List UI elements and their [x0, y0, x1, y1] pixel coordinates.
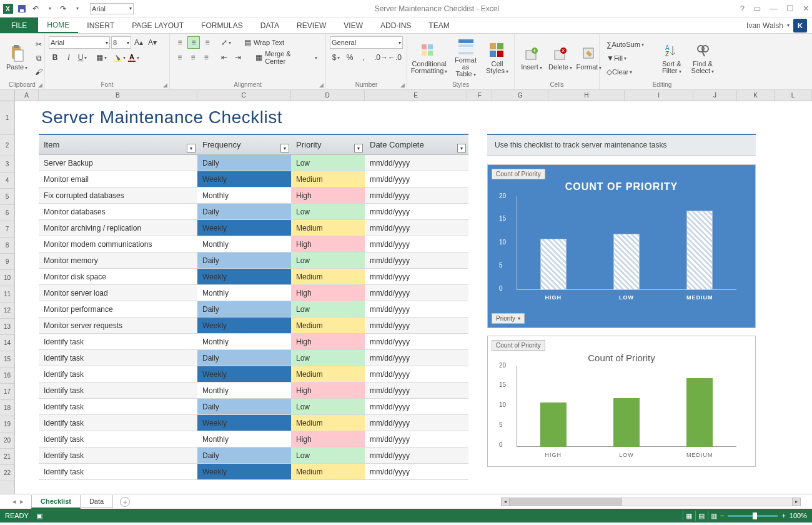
- row-header[interactable]: 12: [0, 302, 14, 319]
- user-menu[interactable]: Ivan Walsh▾ K: [746, 18, 812, 33]
- cell-frequency[interactable]: Weekly: [197, 318, 291, 333]
- cell-priority[interactable]: Low: [291, 350, 365, 366]
- cell-frequency[interactable]: Daily: [197, 155, 291, 171]
- horizontal-scrollbar[interactable]: ◂ ▸: [501, 498, 801, 506]
- cell-date[interactable]: mm/dd/yyyy: [365, 350, 468, 366]
- table-row[interactable]: Monitor server requestsWeeklyMediummm/dd…: [39, 318, 468, 334]
- row-header[interactable]: 22: [0, 465, 14, 481]
- qat-font-select[interactable]: Arial▾: [90, 3, 134, 14]
- cell-item[interactable]: Monitor server load: [39, 285, 197, 301]
- undo-drop-icon[interactable]: [44, 3, 55, 14]
- cell-date[interactable]: mm/dd/yyyy: [365, 366, 468, 382]
- row-header[interactable]: 4: [0, 172, 14, 189]
- cell-date[interactable]: mm/dd/yyyy: [365, 171, 468, 187]
- align-center-icon[interactable]: ≡: [187, 51, 199, 64]
- cell-frequency[interactable]: Daily: [197, 301, 291, 317]
- cell-item[interactable]: Monitor archiving / replication: [39, 220, 197, 236]
- col-header[interactable]: D: [291, 90, 365, 101]
- cell-priority[interactable]: Low: [291, 448, 365, 463]
- cell-date[interactable]: mm/dd/yyyy: [365, 285, 468, 301]
- cell-priority[interactable]: Low: [291, 399, 365, 414]
- tab-formulas[interactable]: FORMULAS: [192, 18, 252, 33]
- cell-item[interactable]: Identify task: [39, 399, 197, 414]
- zoom-slider[interactable]: [728, 515, 778, 517]
- cell-priority[interactable]: Medium: [291, 318, 365, 333]
- scroll-right-icon[interactable]: ▸: [792, 498, 801, 506]
- copy-icon[interactable]: ⧉: [32, 52, 45, 64]
- cell-item[interactable]: Monitor databases: [39, 204, 197, 219]
- col-frequency[interactable]: Frequency▾: [197, 135, 291, 154]
- cell-item[interactable]: Identify task: [39, 415, 197, 431]
- table-row[interactable]: Monitor disk spaceWeeklyMediummm/dd/yyyy: [39, 269, 468, 285]
- cell-date[interactable]: mm/dd/yyyy: [365, 220, 468, 236]
- align-bottom-icon[interactable]: ≡: [201, 36, 214, 49]
- cell-frequency[interactable]: Weekly: [197, 415, 291, 431]
- cell-frequency[interactable]: Weekly: [197, 464, 291, 479]
- cell-date[interactable]: mm/dd/yyyy: [365, 252, 468, 268]
- save-icon[interactable]: [16, 3, 27, 14]
- table-row[interactable]: Identify taskMonthlyHighmm/dd/yyyy: [39, 334, 468, 350]
- cell-item[interactable]: Monitor modem communications: [39, 236, 197, 252]
- cell-priority[interactable]: High: [291, 188, 365, 203]
- fill-button[interactable]: ▼ Fill: [603, 52, 630, 64]
- chart-bar[interactable]: MEDIUM: [686, 378, 713, 448]
- col-header[interactable]: B: [39, 90, 197, 101]
- scroll-thumb[interactable]: [510, 498, 622, 506]
- find-select-button[interactable]: Find & Select: [688, 36, 718, 80]
- cell-priority[interactable]: High: [291, 431, 365, 447]
- cell-frequency[interactable]: Monthly: [197, 334, 291, 349]
- row-header[interactable]: 13: [0, 319, 14, 335]
- cell-frequency[interactable]: Monthly: [197, 236, 291, 252]
- cell-priority[interactable]: Low: [291, 155, 365, 171]
- delete-cells-button[interactable]: ×Delete: [547, 36, 573, 80]
- border-button[interactable]: ▦: [95, 51, 107, 64]
- table-row[interactable]: Identify taskWeeklyMediummm/dd/yyyy: [39, 366, 468, 382]
- col-header[interactable]: A: [15, 90, 39, 101]
- macro-record-icon[interactable]: ▣: [36, 512, 42, 520]
- font-color-button[interactable]: A: [127, 51, 140, 64]
- cell-frequency[interactable]: Monthly: [197, 285, 291, 301]
- format-as-table-button[interactable]: Format as Table: [450, 36, 482, 80]
- italic-button[interactable]: I: [62, 51, 75, 64]
- chart-bar[interactable]: HIGH: [540, 239, 567, 291]
- row-header[interactable]: 1: [0, 101, 14, 135]
- cell-date[interactable]: mm/dd/yyyy: [365, 204, 468, 219]
- cell-priority[interactable]: Low: [291, 252, 365, 268]
- row-header[interactable]: 6: [0, 205, 14, 221]
- percent-icon[interactable]: %: [344, 51, 356, 64]
- zoom-in-icon[interactable]: +: [781, 512, 785, 519]
- format-cells-button[interactable]: Format: [576, 36, 602, 80]
- format-painter-icon[interactable]: 🖌: [32, 66, 45, 78]
- tab-addins[interactable]: ADD-INS: [372, 18, 420, 33]
- table-row[interactable]: Monitor server loadMonthlyHighmm/dd/yyyy: [39, 285, 468, 301]
- col-header[interactable]: K: [737, 90, 775, 101]
- sheet-tab-data[interactable]: Data: [80, 495, 113, 508]
- cell-priority[interactable]: Medium: [291, 220, 365, 236]
- cell-item[interactable]: Monitor disk space: [39, 269, 197, 284]
- cell-frequency[interactable]: Daily: [197, 204, 291, 219]
- cell-frequency[interactable]: Weekly: [197, 269, 291, 284]
- cell-frequency[interactable]: Weekly: [197, 171, 291, 187]
- cell-item[interactable]: Identify task: [39, 350, 197, 366]
- col-date[interactable]: Date Complete▾: [365, 135, 468, 154]
- table-row[interactable]: Identify taskDailyLowmm/dd/yyyy: [39, 399, 468, 415]
- row-header[interactable]: 21: [0, 449, 14, 465]
- row-header[interactable]: 7: [0, 221, 14, 238]
- col-header[interactable]: E: [365, 90, 468, 101]
- cell-frequency[interactable]: Monthly: [197, 382, 291, 398]
- row-header[interactable]: 20: [0, 432, 14, 449]
- cell-priority[interactable]: High: [291, 236, 365, 252]
- sheet-nav-first-icon[interactable]: ◂: [12, 498, 16, 506]
- cell-item[interactable]: Monitor memory: [39, 252, 197, 268]
- alignment-launcher[interactable]: ◢: [319, 82, 324, 88]
- table-row[interactable]: Server BackupDailyLowmm/dd/yyyy: [39, 155, 468, 171]
- cell-frequency[interactable]: Daily: [197, 350, 291, 366]
- tab-team[interactable]: TEAM: [420, 18, 458, 33]
- cell-priority[interactable]: Medium: [291, 171, 365, 187]
- cell-date[interactable]: mm/dd/yyyy: [365, 301, 468, 317]
- row-header[interactable]: 8: [0, 238, 14, 254]
- col-header[interactable]: I: [625, 90, 693, 101]
- col-header[interactable]: H: [548, 90, 625, 101]
- table-row[interactable]: Monitor memoryDailyLowmm/dd/yyyy: [39, 252, 468, 269]
- redo-drop-icon[interactable]: [71, 3, 82, 14]
